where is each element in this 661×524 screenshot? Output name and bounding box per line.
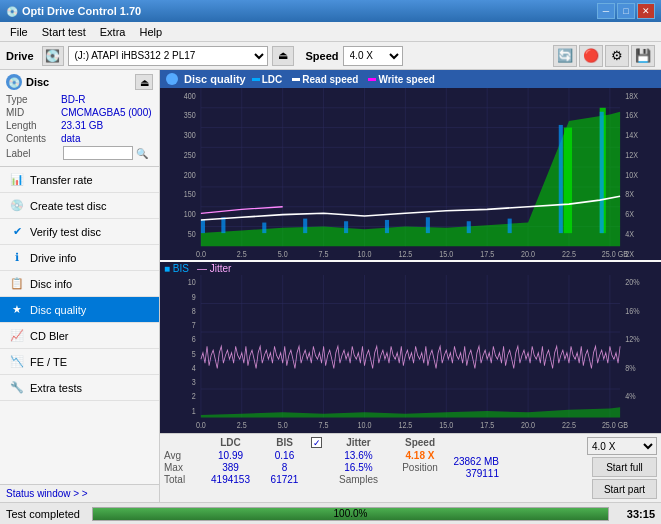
ldc-legend-color	[252, 78, 260, 81]
svg-text:5: 5	[192, 348, 196, 358]
cd-bler-icon: 📈	[10, 329, 24, 343]
status-window-link[interactable]: Status window > >	[0, 484, 159, 502]
svg-text:12.5: 12.5	[398, 420, 412, 430]
menu-extra[interactable]: Extra	[94, 25, 132, 39]
disc-eject-button[interactable]: ⏏	[135, 74, 153, 90]
menu-help[interactable]: Help	[133, 25, 168, 39]
drive-select[interactable]: (J:) ATAPI iHBS312 2 PL17	[68, 46, 268, 66]
svg-text:14X: 14X	[625, 130, 638, 140]
avg-ldc: 10.99	[203, 450, 258, 461]
speed-stats-header: Speed	[390, 437, 450, 448]
svg-text:18X: 18X	[625, 91, 638, 101]
speed-select[interactable]: 4.0 X	[343, 46, 403, 66]
sidebar-item-fe-te[interactable]: 📉 FE / TE	[0, 349, 159, 375]
chart-legend: LDC Read speed Write speed	[252, 74, 435, 85]
disc-label-key: Label	[6, 148, 61, 159]
verify-test-disc-icon: ✔	[10, 225, 24, 239]
svg-text:6X: 6X	[625, 209, 634, 219]
disc-mid-label: MID	[6, 107, 61, 118]
eject-button[interactable]: ⏏	[272, 46, 294, 66]
sidebar-item-cd-bler[interactable]: 📈 CD Bler	[0, 323, 159, 349]
samples-value: 379111	[379, 468, 499, 479]
svg-text:22.5: 22.5	[562, 420, 576, 430]
sidebar-item-disc-quality[interactable]: ★ Disc quality	[0, 297, 159, 323]
bottom-bar: Test completed 100.0% 33:15	[0, 502, 661, 524]
nav-label-disc-info: Disc info	[30, 278, 72, 290]
sidebar-item-transfer-rate[interactable]: 📊 Transfer rate	[0, 167, 159, 193]
svg-rect-25	[303, 219, 307, 234]
sidebar-item-extra-tests[interactable]: 🔧 Extra tests	[0, 375, 159, 401]
window-controls: ─ □ ✕	[597, 3, 655, 19]
ldc-header: LDC	[203, 437, 258, 448]
empty-header	[164, 437, 199, 448]
minimize-button[interactable]: ─	[597, 3, 615, 19]
ldc-legend-label: LDC	[262, 74, 283, 85]
nav-label-create-test-disc: Create test disc	[30, 200, 106, 212]
disc-label-input[interactable]	[63, 146, 133, 160]
title-bar: 💿 Opti Drive Control 1.70 ─ □ ✕	[0, 0, 661, 22]
svg-text:400: 400	[184, 91, 196, 101]
chart-title: Disc quality	[184, 73, 246, 85]
maximize-button[interactable]: □	[617, 3, 635, 19]
toolbar-icons: 🔄 🔴 ⚙ 💾	[553, 45, 655, 67]
start-full-button[interactable]: Start full	[592, 457, 657, 477]
svg-text:15.0: 15.0	[439, 249, 453, 259]
speed-dropdown[interactable]: 4.0 X	[587, 437, 657, 455]
disc-quality-icon: ★	[10, 303, 24, 317]
jitter-checkbox[interactable]: ✓	[311, 437, 322, 448]
disc-label-icon[interactable]: 🔍	[135, 146, 149, 160]
total-bis: 61721	[262, 474, 307, 485]
avg-jitter: 13.6%	[331, 450, 386, 461]
max-label: Max	[164, 462, 199, 473]
status-window-label: Status window > >	[6, 488, 88, 499]
svg-text:2.5: 2.5	[237, 420, 247, 430]
extra-tests-icon: 🔧	[10, 381, 24, 395]
refresh-button[interactable]: 🔄	[553, 45, 577, 67]
svg-text:100: 100	[184, 209, 196, 219]
nav-items: 📊 Transfer rate 💿 Create test disc ✔ Ver…	[0, 167, 159, 484]
main-area: 💿 Disc ⏏ Type BD-R MID CMCMAGBA5 (000) L…	[0, 70, 661, 502]
total-label: Total	[164, 474, 199, 485]
nav-label-disc-quality: Disc quality	[30, 304, 86, 316]
sidebar-item-disc-info[interactable]: 📋 Disc info	[0, 271, 159, 297]
stats-table: LDC BIS ✓ Jitter Speed Avg 10.99 0.16 13…	[164, 437, 577, 499]
svg-text:7: 7	[192, 320, 196, 330]
ldc-chart-svg: 400 350 300 250 200 150 100 50 18X 16X 1…	[160, 88, 661, 260]
nav-label-drive-info: Drive info	[30, 252, 76, 264]
ldc-chart: 400 350 300 250 200 150 100 50 18X 16X 1…	[160, 88, 661, 260]
svg-text:4: 4	[192, 363, 196, 373]
disc-mid-value: CMCMAGBA5 (000)	[61, 107, 152, 118]
bis-header: BIS	[262, 437, 307, 448]
burn-button[interactable]: 🔴	[579, 45, 603, 67]
app-title: Opti Drive Control 1.70	[22, 5, 141, 17]
create-test-disc-icon: 💿	[10, 199, 24, 213]
settings-button[interactable]: ⚙	[605, 45, 629, 67]
position-value: 23862 MB	[379, 456, 499, 467]
svg-text:10.0: 10.0	[358, 420, 372, 430]
menu-start-test[interactable]: Start test	[36, 25, 92, 39]
menu-file[interactable]: File	[4, 25, 34, 39]
sidebar-item-drive-info[interactable]: ℹ Drive info	[0, 245, 159, 271]
svg-text:3: 3	[192, 377, 196, 387]
start-part-button[interactable]: Start part	[592, 479, 657, 499]
drive-info-icon: ℹ	[10, 251, 24, 265]
avg-label: Avg	[164, 450, 199, 461]
content-area: Disc quality LDC Read speed Write speed	[160, 70, 661, 502]
drive-icon: 💽	[42, 46, 64, 66]
svg-text:7.5: 7.5	[319, 249, 329, 259]
time-display: 33:15	[615, 508, 655, 520]
svg-text:10X: 10X	[625, 170, 638, 180]
svg-text:1: 1	[192, 405, 196, 415]
svg-text:6: 6	[192, 334, 196, 344]
svg-rect-32	[600, 112, 604, 233]
close-button[interactable]: ✕	[637, 3, 655, 19]
drive-bar: Drive 💽 (J:) ATAPI iHBS312 2 PL17 ⏏ Spee…	[0, 42, 661, 70]
svg-text:4X: 4X	[625, 229, 634, 239]
svg-text:16X: 16X	[625, 111, 638, 121]
svg-text:250: 250	[184, 150, 196, 160]
sidebar-item-verify-test-disc[interactable]: ✔ Verify test disc	[0, 219, 159, 245]
svg-text:9: 9	[192, 291, 196, 301]
sidebar-item-create-test-disc[interactable]: 💿 Create test disc	[0, 193, 159, 219]
svg-text:0.0: 0.0	[196, 249, 206, 259]
save-button[interactable]: 💾	[631, 45, 655, 67]
